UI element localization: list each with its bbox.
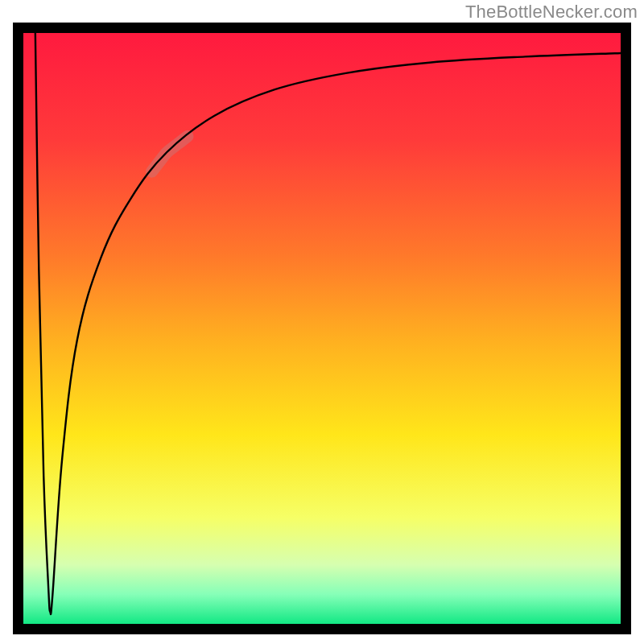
- chart-stage: TheBottleNecker.com: [0, 0, 644, 644]
- plot-background: [23, 33, 621, 624]
- watermark-label: TheBottleNecker.com: [465, 2, 638, 23]
- bottleneck-chart: [0, 0, 644, 644]
